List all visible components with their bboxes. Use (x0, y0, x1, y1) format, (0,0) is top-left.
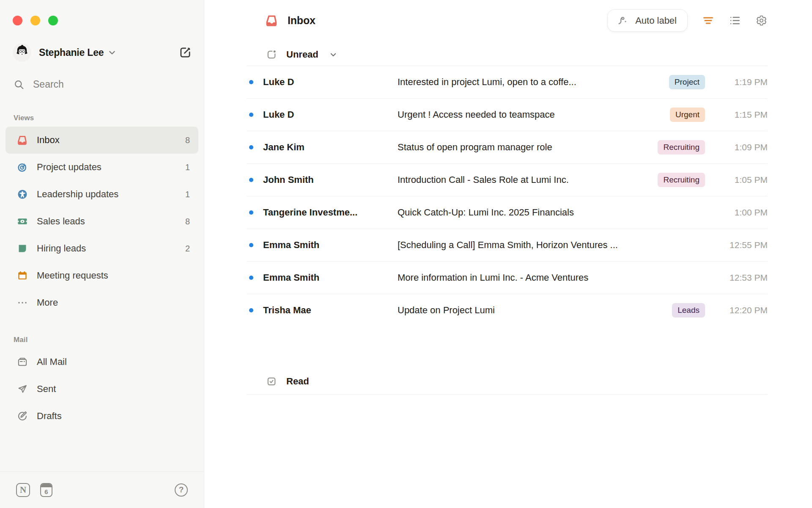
auto-label-button[interactable]: Auto label (607, 9, 688, 32)
email-row[interactable]: Luke D Interested in project Lumi, open … (247, 66, 768, 99)
header-actions: Auto label (607, 9, 768, 32)
sidebar-item-sent[interactable]: Sent (5, 375, 198, 403)
search-button[interactable]: Search (14, 79, 192, 90)
target-icon (17, 162, 28, 173)
search-label: Search (33, 79, 64, 90)
nav-label: Sent (37, 384, 56, 395)
email-sender: Tangerine Investme... (263, 207, 398, 218)
main-panel: Inbox Auto label Unread Luke D Intereste… (204, 0, 812, 508)
compose-button[interactable] (178, 46, 192, 59)
email-label-badge[interactable]: Recruiting (658, 173, 705, 187)
sidebar-item-hiring-leads[interactable]: Hiring leads 2 (5, 235, 198, 262)
draft-circle-icon (17, 411, 28, 422)
nav-label: All Mail (37, 356, 67, 367)
list-view-icon[interactable] (729, 14, 741, 27)
email-sender: Emma Smith (263, 272, 398, 283)
email-row[interactable]: Emma Smith [Scheduling a Call] Emma Smit… (247, 229, 768, 262)
email-sender: Luke D (263, 77, 398, 88)
nav-count: 1 (185, 163, 190, 172)
email-sender: Emma Smith (263, 240, 398, 251)
settings-gear-icon[interactable] (755, 14, 768, 27)
email-label-badge[interactable]: Project (669, 75, 705, 89)
sidebar-item-leadership-updates[interactable]: Leadership updates 1 (5, 181, 198, 208)
email-subject: Urgent ! Access needed to teamspace (398, 109, 670, 120)
user-name: Stephanie Lee (39, 47, 104, 58)
unread-dot (249, 276, 253, 280)
email-time: 1:09 PM (705, 142, 768, 152)
unread-dot (249, 178, 253, 182)
nav-label: Drafts (37, 411, 62, 422)
calendar-app-icon[interactable]: 6 (40, 483, 52, 497)
unread-dot (249, 210, 253, 215)
email-subject: Quick Catch-Up: Lumi Inc. 2025 Financial… (398, 207, 705, 218)
email-time: 1:00 PM (705, 207, 768, 218)
search-icon (14, 79, 25, 90)
nav-count: 1 (185, 190, 190, 199)
account-switcher[interactable]: Stephanie Lee (13, 43, 192, 62)
note-icon (17, 243, 28, 254)
calendar-app-icon-day: 6 (41, 487, 52, 496)
unread-group-header[interactable]: Unread (247, 41, 768, 66)
email-row[interactable]: Trisha Mae Update on Project Lumi Leads … (247, 294, 768, 326)
email-row[interactable]: John Smith Introduction Call - Sales Rol… (247, 164, 768, 196)
email-row[interactable]: Emma Smith More information in Lumi Inc.… (247, 262, 768, 294)
email-subject: Status of open program manager role (398, 142, 658, 153)
email-time: 12:55 PM (705, 240, 768, 250)
dots-icon (17, 297, 28, 308)
sidebar-item-sales-leads[interactable]: Sales leads 8 (5, 208, 198, 235)
nav-label: Sales leads (37, 216, 85, 227)
read-group-header[interactable]: Read (247, 369, 768, 395)
mail-stack-icon (17, 356, 28, 367)
main-header: Inbox Auto label (247, 0, 768, 41)
sidebar-item-drafts[interactable]: Drafts (5, 403, 198, 430)
auto-label-text: Auto label (635, 15, 677, 26)
section-items: All Mail Sent Drafts (0, 348, 204, 430)
sidebar-item-more[interactable]: More (5, 289, 198, 316)
nav-count: 8 (185, 217, 190, 226)
email-label-badge[interactable]: Recruiting (658, 140, 705, 155)
inbox-icon (17, 135, 28, 146)
email-label-badge[interactable]: Leads (672, 303, 705, 318)
unread-dot (249, 80, 253, 84)
sidebar-footer: N 6 ? (0, 471, 204, 508)
person-circle-icon (17, 189, 28, 200)
nav-count: 8 (185, 135, 190, 145)
email-subject: Interested in project Lumi, open to a co… (398, 77, 669, 88)
unread-group-icon (266, 49, 277, 60)
nav-label: Project updates (37, 162, 102, 173)
help-button[interactable]: ? (175, 483, 188, 497)
email-time: 12:20 PM (705, 305, 768, 315)
paper-plane-icon (17, 384, 28, 395)
nav-label: Meeting requests (37, 270, 108, 281)
email-sender: Jane Kim (263, 142, 398, 153)
sidebar-item-meeting-requests[interactable]: Meeting requests (5, 262, 198, 289)
email-sender: John Smith (263, 174, 398, 185)
email-time: 1:05 PM (705, 175, 768, 185)
notion-app-icon[interactable]: N (16, 483, 30, 497)
email-row[interactable]: Luke D Urgent ! Access needed to teamspa… (247, 99, 768, 131)
zoom-button[interactable] (48, 16, 58, 25)
unread-dot (249, 145, 253, 149)
email-row[interactable]: Tangerine Investme... Quick Catch-Up: Lu… (247, 196, 768, 229)
chevron-down-icon (329, 50, 338, 59)
read-checkbox-icon (266, 376, 277, 387)
sidebar-item-all-mail[interactable]: All Mail (5, 348, 198, 375)
email-sender: Luke D (263, 109, 398, 120)
email-row[interactable]: Jane Kim Status of open program manager … (247, 131, 768, 164)
email-label-badge[interactable]: Urgent (670, 108, 705, 122)
section-items: Inbox 8 Project updates 1 Leadership upd… (0, 127, 204, 316)
read-group-label: Read (286, 376, 309, 387)
banknote-icon (17, 216, 28, 227)
minimize-button[interactable] (30, 16, 40, 25)
user-avatar (13, 43, 31, 62)
filter-icon[interactable] (702, 14, 714, 27)
email-time: 1:19 PM (705, 77, 768, 87)
inbox-icon (265, 14, 278, 27)
close-button[interactable] (13, 16, 22, 25)
auto-label-wand-icon (617, 14, 629, 27)
sidebar-item-inbox[interactable]: Inbox 8 (5, 127, 198, 154)
sidebar-sections: Views Inbox 8 Project updates 1 Leadersh… (0, 90, 204, 430)
app-window: Stephanie Lee Search Views Inbox 8 Proje… (0, 0, 812, 508)
section-label: Views (14, 114, 204, 122)
sidebar-item-project-updates[interactable]: Project updates 1 (5, 154, 198, 181)
